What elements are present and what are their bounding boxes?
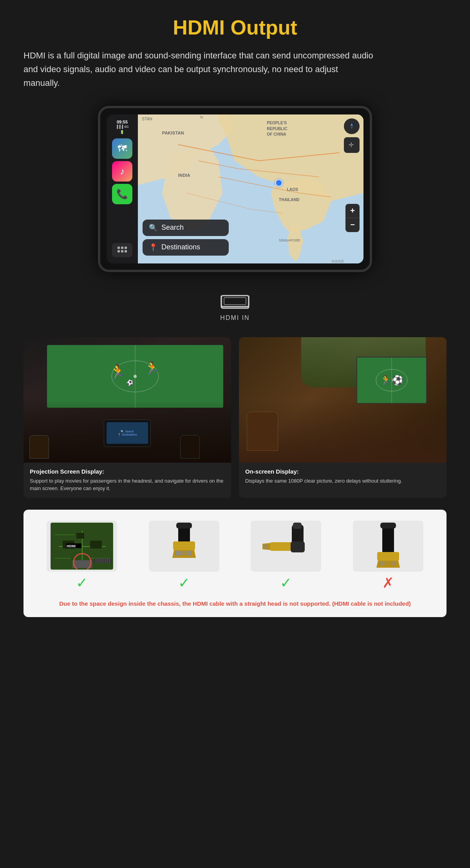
svg-rect-79 xyxy=(377,552,399,561)
angled-hdmi-1-svg xyxy=(157,523,212,570)
zoom-out-button[interactable]: − xyxy=(345,218,360,232)
cross-mark-1: ✗ xyxy=(382,575,394,591)
music-app-icon[interactable]: ♪ xyxy=(112,161,132,182)
destinations-button[interactable]: 📍 Destinations xyxy=(143,239,229,256)
page-title: HDMI Output xyxy=(24,16,446,39)
svg-text:PAKISTAN: PAKISTAN xyxy=(162,131,184,135)
grid-icon xyxy=(118,247,127,254)
caption-right: On-screen Display: Displays the same 108… xyxy=(239,463,446,490)
svg-rect-66 xyxy=(185,551,186,556)
time-display: 09:55 xyxy=(116,119,129,125)
projection-screen: 🏃 🏃 ⚽ xyxy=(47,345,223,408)
search-label: Search xyxy=(161,223,184,232)
angled-hdmi-2-svg xyxy=(258,523,313,570)
mini-screen-display: 🔍 Search 📍 Destinations xyxy=(107,422,148,443)
map-search-overlay: 🔍 Search 📍 Destinations xyxy=(143,220,229,256)
svg-rect-47 xyxy=(94,558,112,563)
svg-text:REPUBLIC: REPUBLIC xyxy=(267,126,287,131)
svg-text:STAN: STAN xyxy=(142,117,152,121)
check-mark-1: ✓ xyxy=(76,575,88,591)
svg-rect-83 xyxy=(384,561,385,565)
svg-text:N: N xyxy=(200,115,203,119)
svg-marker-26 xyxy=(351,126,353,129)
svg-rect-85 xyxy=(389,561,390,565)
field-lines xyxy=(47,345,223,408)
svg-rect-84 xyxy=(387,561,388,565)
pan-button[interactable]: ✛ xyxy=(344,137,360,153)
hdmi-port-icon xyxy=(219,292,251,311)
svg-text:高德地图: 高德地图 xyxy=(331,260,344,263)
signal-display: ▐▐▐ 4G xyxy=(116,125,129,129)
maps-icon: 🗺 xyxy=(118,143,127,154)
angled1-image-box xyxy=(149,521,219,572)
straight-hdmi-svg xyxy=(361,523,416,570)
svg-point-23 xyxy=(274,178,284,188)
svg-rect-73 xyxy=(263,545,268,545)
car-dashboard-mini: 🔍 Search 📍 Destinations xyxy=(104,419,151,447)
svg-rect-87 xyxy=(394,561,395,565)
hdmi-product-angled2: ✓ xyxy=(251,521,321,591)
svg-text:THAILAND: THAILAND xyxy=(279,197,299,202)
svg-text:OF CHINA: OF CHINA xyxy=(267,132,286,136)
hdmi-product-pcb: HDMI ✓ xyxy=(47,521,117,591)
player-left: 🏃 xyxy=(109,364,127,380)
compass-icon xyxy=(348,122,356,130)
music-icon: ♪ xyxy=(120,166,125,177)
svg-text:HDMI: HDMI xyxy=(67,544,76,548)
photo-right-image: 🏃⚽ xyxy=(239,337,446,463)
search-button[interactable]: 🔍 Search xyxy=(143,220,229,236)
hdmi-compat-box: HDMI ✓ xyxy=(24,510,446,617)
hdmi-products-row: HDMI ✓ xyxy=(33,521,437,591)
svg-text:✛: ✛ xyxy=(349,142,354,148)
back-seat-left xyxy=(247,412,278,451)
svg-rect-62 xyxy=(175,551,177,556)
svg-rect-68 xyxy=(190,551,191,556)
svg-rect-82 xyxy=(382,561,383,565)
svg-rect-64 xyxy=(180,551,181,556)
headrest-left xyxy=(29,435,49,459)
headrest-player: 🏃⚽ xyxy=(380,375,403,386)
maps-app-icon[interactable]: 🗺 xyxy=(112,138,132,159)
svg-rect-67 xyxy=(187,551,188,556)
compass-button[interactable] xyxy=(344,118,360,134)
svg-rect-76 xyxy=(291,541,305,552)
svg-rect-69 xyxy=(176,523,192,528)
svg-rect-5 xyxy=(125,250,127,252)
hdmi-in-section: HDMI IN xyxy=(24,292,446,321)
svg-rect-2 xyxy=(125,247,127,249)
soccer-scene-left: 🏃 🏃 ⚽ xyxy=(47,345,223,408)
pcb-image-box: HDMI xyxy=(47,521,117,572)
photo-left-image: 🏃 🏃 ⚽ 🔍 Search 📍 Destinations xyxy=(24,337,231,463)
headrest-right xyxy=(180,435,200,459)
svg-rect-75 xyxy=(263,548,268,548)
photos-row: 🏃 🏃 ⚽ 🔍 Search 📍 Destinations xyxy=(24,337,446,498)
app-grid-button[interactable] xyxy=(112,243,132,257)
svg-rect-45 xyxy=(76,533,84,539)
ball: ⚽ xyxy=(127,380,133,386)
phone-app-icon[interactable]: 📞 xyxy=(112,184,132,204)
zoom-in-button[interactable]: + xyxy=(345,204,360,218)
photo-card-right: 🏃⚽ On-screen Display: Displays the same … xyxy=(239,337,446,498)
photo-card-left: 🏃 🏃 ⚽ 🔍 Search 📍 Destinations xyxy=(24,337,231,498)
pcb-board: HDMI xyxy=(51,523,113,570)
check-mark-2: ✓ xyxy=(178,575,190,591)
pan-icon: ✛ xyxy=(347,141,356,149)
svg-rect-1 xyxy=(121,247,123,249)
headrest-screen: 🏃⚽ xyxy=(356,357,427,404)
svg-rect-60 xyxy=(173,541,195,550)
svg-rect-3 xyxy=(118,250,120,252)
hdmi-product-angled1: ✓ xyxy=(149,521,219,591)
caption-title-left: Projection Screen Display: xyxy=(30,468,225,475)
screen-mockup: 09:55 ▐▐▐ 4G 🔋 🗺 ♪ 📞 xyxy=(98,106,372,272)
pcb-traces: HDMI xyxy=(51,523,113,570)
destinations-label: Destinations xyxy=(161,243,200,251)
svg-text:SINGAPORE: SINGAPORE xyxy=(279,238,300,242)
svg-rect-81 xyxy=(380,561,381,565)
check-mark-3: ✓ xyxy=(280,575,292,591)
svg-text:PEOPLE'S: PEOPLE'S xyxy=(267,121,287,125)
caption-title-right: On-screen Display: xyxy=(245,468,440,475)
battery-display: 🔋 xyxy=(116,130,129,135)
description-text: HDMI is a full digital image and sound-s… xyxy=(24,49,376,90)
carplay-status: 09:55 ▐▐▐ 4G 🔋 xyxy=(115,118,130,136)
player-right: 🏃 xyxy=(144,361,160,376)
